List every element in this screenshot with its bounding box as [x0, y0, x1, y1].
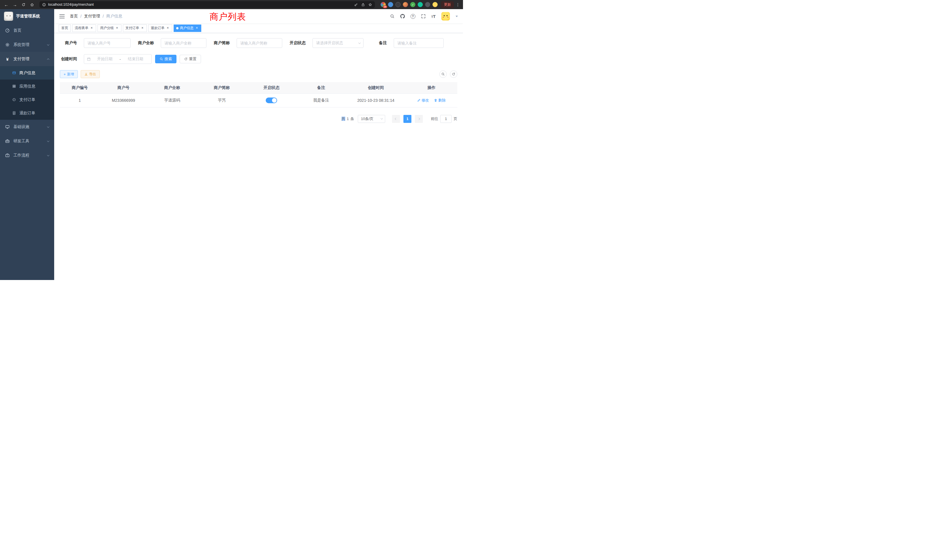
total-prefix: 共: [342, 117, 345, 121]
document-icon: [12, 111, 16, 115]
browser-home-button[interactable]: [29, 1, 35, 8]
sidebar-item-workflow[interactable]: 工作流程: [0, 148, 54, 162]
sidebar-item-app-info[interactable]: 应用信息: [0, 80, 54, 93]
delete-link[interactable]: 删除: [434, 98, 446, 103]
browser-update-button[interactable]: 更新: [441, 1, 454, 8]
user-avatar[interactable]: [441, 12, 450, 21]
tab-label: 商户信息: [180, 26, 194, 30]
breadcrumb-home[interactable]: 首页: [70, 14, 78, 19]
tab-user-group[interactable]: 用户分组 ×: [97, 24, 121, 32]
goto-page-input[interactable]: [440, 115, 452, 123]
remark-label: 备注: [370, 41, 387, 45]
short-name-input[interactable]: [237, 38, 282, 48]
site-info-icon[interactable]: [42, 3, 46, 6]
tab-refund-order[interactable]: 退款订单 ×: [148, 24, 172, 32]
status-toggle[interactable]: [266, 97, 277, 103]
pagination-prev-button[interactable]: [392, 115, 400, 123]
extension-icon-7[interactable]: [425, 2, 430, 7]
sidebar: 芋道管理系统 首页 系统管理 ¥ 支付管理 商户信息: [0, 9, 54, 280]
avatar-dropdown-caret-icon[interactable]: [455, 16, 458, 17]
breadcrumb-payment[interactable]: 支付管理: [84, 14, 100, 19]
reset-button-label: 重置: [189, 56, 197, 62]
cell-remark: 我是备注: [296, 94, 346, 107]
table-toolbar: + 新增 导出: [60, 70, 457, 78]
extension-icon-2[interactable]: [388, 2, 393, 7]
browser-forward-button[interactable]: →: [11, 1, 18, 8]
reload-icon: [22, 3, 26, 6]
export-button[interactable]: 导出: [81, 70, 100, 78]
browser-url-bar[interactable]: localhost:1024/pay/merchant: [39, 1, 375, 8]
page-size-select[interactable]: 10条/页: [358, 115, 385, 123]
tab-process-form[interactable]: 流程表单 ×: [72, 24, 96, 32]
tab-close-icon[interactable]: ×: [141, 26, 144, 30]
extension-icon-1[interactable]: 10: [381, 2, 386, 7]
tab-close-icon[interactable]: ×: [115, 26, 119, 30]
trash-icon: [434, 98, 437, 102]
sidebar-item-dev-tools[interactable]: 研发工具: [0, 134, 54, 148]
status-select-placeholder: 请选择开启状态: [316, 41, 343, 45]
sidebar-item-merchant-info[interactable]: 商户信息: [0, 66, 54, 80]
extension-icon-6[interactable]: [418, 2, 423, 7]
tab-close-icon[interactable]: ×: [90, 26, 94, 30]
tab-close-icon[interactable]: ×: [166, 26, 169, 30]
status-select[interactable]: 请选择开启状态: [312, 38, 363, 48]
tab-merchant-info[interactable]: 商户信息 ×: [174, 24, 201, 32]
extension-icon-3[interactable]: [395, 2, 401, 7]
sidebar-item-pay-order[interactable]: 支付订单: [0, 93, 54, 106]
submenu-label: 支付订单: [20, 97, 35, 102]
chevron-down-icon: [381, 117, 383, 120]
browser-reload-button[interactable]: [20, 1, 27, 8]
pagination-next-button[interactable]: [415, 115, 423, 123]
tab-label: 支付订单: [126, 26, 139, 30]
merchant-no-input[interactable]: [84, 38, 130, 48]
chevron-up-icon: [47, 58, 49, 61]
col-remark: 备注: [296, 82, 346, 94]
edit-link[interactable]: 修改: [417, 98, 429, 103]
filter-row-2: 创建时间 开始日期 - 结束日期 搜索 重置: [60, 54, 457, 64]
sidebar-item-system[interactable]: 系统管理: [0, 38, 54, 52]
extension-icon-5[interactable]: ✓: [410, 2, 415, 7]
sidebar-item-infrastructure[interactable]: 基础设施: [0, 120, 54, 134]
delete-link-label: 删除: [438, 98, 446, 103]
logo-avatar: [4, 12, 13, 21]
search-button-label: 搜索: [165, 56, 172, 62]
tab-pay-order[interactable]: 支付订单 ×: [123, 24, 147, 32]
reset-button[interactable]: 重置: [180, 55, 201, 63]
app-logo[interactable]: 芋道管理系统: [0, 9, 54, 23]
toggle-search-button[interactable]: [439, 70, 447, 78]
browser-menu-icon[interactable]: ⋮: [455, 2, 460, 7]
monitor-icon: [5, 125, 10, 129]
refresh-table-button[interactable]: [450, 70, 457, 78]
short-name-label: 商户简称: [213, 41, 230, 45]
col-actions: 操作: [406, 82, 457, 94]
sidebar-item-home[interactable]: 首页: [0, 23, 54, 38]
browser-back-button[interactable]: ←: [3, 1, 10, 8]
sidebar-item-refund-order[interactable]: 退款订单: [0, 106, 54, 120]
fullscreen-icon[interactable]: [421, 14, 426, 18]
password-key-icon[interactable]: [354, 3, 358, 6]
search-button[interactable]: 搜索: [155, 55, 177, 63]
search-icon[interactable]: [390, 14, 395, 18]
tab-close-icon[interactable]: ×: [195, 26, 199, 30]
pagination-page-1[interactable]: 1: [403, 115, 412, 123]
extension-icon-4[interactable]: [403, 2, 408, 7]
goto-label: 前往: [431, 117, 438, 121]
github-icon[interactable]: [400, 14, 405, 18]
tab-home[interactable]: 首页: [59, 24, 71, 32]
cell-merchant-no: M233666999: [100, 94, 147, 107]
active-tab-dot: [176, 27, 179, 29]
plus-icon: +: [64, 73, 66, 76]
share-icon[interactable]: [361, 3, 365, 6]
hamburger-icon[interactable]: [59, 14, 65, 18]
date-range-picker[interactable]: 开始日期 - 结束日期: [84, 54, 152, 64]
full-name-input[interactable]: [161, 38, 206, 48]
remark-input[interactable]: [394, 38, 443, 48]
bookmark-star-icon[interactable]: [368, 3, 372, 6]
add-button[interactable]: + 新增: [60, 70, 78, 78]
status-label: 开启状态: [289, 41, 306, 45]
extension-icon-8[interactable]: [433, 2, 437, 7]
tab-label: 流程表单: [75, 26, 88, 30]
help-icon[interactable]: ?: [410, 14, 415, 19]
font-size-icon[interactable]: TT: [431, 14, 436, 18]
sidebar-item-payment[interactable]: ¥ 支付管理: [0, 52, 54, 66]
